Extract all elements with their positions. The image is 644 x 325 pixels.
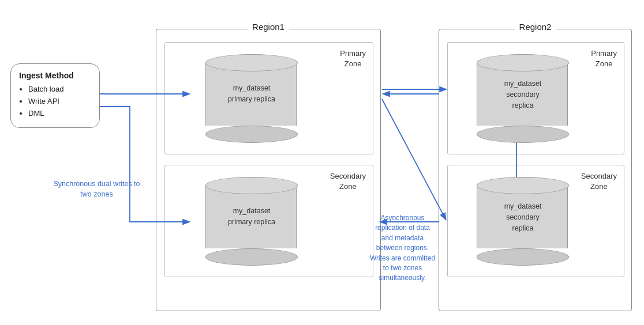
ingest-title: Ingest Method bbox=[19, 71, 91, 80]
region1-secondary-cylinder: my_dataset primary replica bbox=[205, 177, 298, 263]
region1-secondary-zone-label: SecondaryZone bbox=[330, 171, 366, 192]
ingest-box: Ingest Method Batch load Write API DML bbox=[10, 63, 100, 128]
sync-annotation: Synchronous dual writes to two zones bbox=[49, 179, 144, 199]
region1-secondary-zone: SecondaryZone my_dataset primary replica bbox=[164, 165, 373, 277]
region2-box: Region2 PrimaryZone my_dataset secondary… bbox=[439, 29, 632, 311]
sync-text: Synchronous dual writes to two zones bbox=[53, 180, 140, 198]
region1-primary-cylinder: my_dataset primary replica bbox=[205, 54, 298, 141]
region1-primary-zone-label: PrimaryZone bbox=[340, 48, 366, 69]
region2-label: Region2 bbox=[515, 22, 556, 32]
async-annotation: Asynchronousreplication of dataand metad… bbox=[355, 213, 450, 284]
region1-primary-zone: PrimaryZone my_dataset primary replica bbox=[164, 42, 373, 154]
region2-secondary-cyl-label: my_dataset secondary replica bbox=[477, 201, 569, 233]
region2-secondary-zone-label: SecondaryZone bbox=[581, 171, 617, 192]
region2-primary-zone-label: PrimaryZone bbox=[591, 48, 617, 69]
diagram-container: Ingest Method Batch load Write API DML R… bbox=[0, 0, 644, 325]
region1-secondary-cyl-label: my_dataset primary replica bbox=[205, 206, 298, 228]
region2-secondary-zone: SecondaryZone my_dataset secondary repli… bbox=[447, 165, 624, 277]
region1-label: Region1 bbox=[248, 22, 289, 32]
svg-line-5 bbox=[382, 99, 445, 219]
region2-primary-zone: PrimaryZone my_dataset secondary replica bbox=[447, 42, 624, 154]
region2-primary-cylinder: my_dataset secondary replica bbox=[477, 54, 569, 141]
ingest-item-write: Write API bbox=[28, 96, 91, 108]
ingest-item-dml: DML bbox=[28, 108, 91, 120]
region2-primary-cyl-label: my_dataset secondary replica bbox=[477, 78, 569, 111]
ingest-item-batch: Batch load bbox=[28, 84, 91, 96]
region2-secondary-cylinder: my_dataset secondary replica bbox=[477, 177, 569, 263]
async-text: Asynchronousreplication of dataand metad… bbox=[370, 214, 435, 282]
ingest-list: Batch load Write API DML bbox=[19, 84, 91, 119]
region1-box: Region1 PrimaryZone my_dataset primary r… bbox=[156, 29, 381, 311]
region1-primary-cyl-label: my_dataset primary replica bbox=[205, 83, 298, 105]
